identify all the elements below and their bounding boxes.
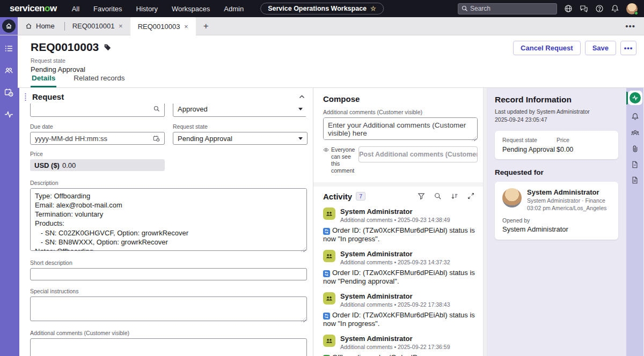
reference-lookup-input[interactable] bbox=[35, 105, 153, 113]
nav-workspaces[interactable]: Workspaces bbox=[172, 5, 210, 13]
compose-textarea[interactable] bbox=[323, 117, 478, 140]
activity-title: Activity bbox=[323, 192, 352, 201]
calendar-clock-icon[interactable] bbox=[4, 88, 13, 97]
tag-icon[interactable] bbox=[104, 43, 111, 51]
activity-entry: System Administrator Additional comments… bbox=[323, 335, 478, 356]
price-value: 0.00 bbox=[62, 161, 76, 169]
entry-author[interactable]: System Administrator bbox=[340, 207, 450, 216]
search-icon bbox=[462, 5, 468, 12]
servicenow-logo[interactable]: servicenow bbox=[10, 3, 57, 14]
request-section-header: Request bbox=[19, 88, 313, 103]
cancel-request-button[interactable]: Cancel Request bbox=[513, 41, 581, 55]
right-sidebar-rail bbox=[626, 88, 643, 356]
chevron-down-icon bbox=[298, 108, 303, 110]
global-search bbox=[458, 3, 557, 14]
visibility-note: Everyone can see this comment bbox=[323, 146, 353, 175]
new-tab-button[interactable]: + bbox=[200, 21, 212, 32]
entry-meta: Additional comments • 2025-09-23 14:37:3… bbox=[340, 259, 450, 265]
activity-count-badge: 7 bbox=[356, 192, 365, 201]
activity-stream-tool[interactable] bbox=[628, 91, 642, 105]
document-text-icon[interactable] bbox=[631, 176, 639, 184]
refresh-icon bbox=[323, 228, 330, 235]
approval-select[interactable]: Approved bbox=[173, 103, 306, 117]
close-tab-icon[interactable]: × bbox=[182, 22, 191, 31]
collapse-section-icon[interactable] bbox=[298, 93, 305, 100]
drag-handle-icon[interactable] bbox=[24, 93, 27, 101]
favorite-star-icon[interactable]: ☆ bbox=[370, 5, 376, 12]
short-description-input[interactable] bbox=[30, 268, 307, 280]
nav-history[interactable]: History bbox=[136, 5, 158, 13]
date-picker-icon[interactable] bbox=[153, 135, 160, 142]
special-instructions-textarea[interactable] bbox=[30, 296, 307, 321]
activity-pulse-icon[interactable] bbox=[4, 110, 13, 119]
nav-all[interactable]: All bbox=[72, 5, 79, 13]
document-icon[interactable] bbox=[631, 161, 639, 168]
activity-entry: System Administrator Additional comments… bbox=[323, 292, 478, 329]
notifications-tool-icon[interactable] bbox=[631, 113, 639, 121]
price-currency: USD ($) bbox=[34, 161, 60, 169]
help-icon[interactable] bbox=[595, 4, 604, 13]
requested-for-name[interactable]: System Administrator bbox=[527, 188, 606, 196]
additional-comments-textarea[interactable] bbox=[30, 338, 307, 356]
visibility-note-text: Everyone can see this comment bbox=[331, 146, 355, 175]
requested-for-avatar[interactable] bbox=[502, 188, 522, 207]
chevron-down-icon bbox=[298, 137, 303, 140]
tab-req0010003[interactable]: REQ0010003 × bbox=[130, 17, 196, 35]
filter-icon[interactable] bbox=[418, 192, 425, 200]
request-state-field-label: Request state bbox=[173, 123, 308, 130]
related-people-icon[interactable] bbox=[631, 129, 639, 137]
due-date-input[interactable] bbox=[35, 135, 153, 143]
reference-lookup-field[interactable] bbox=[30, 103, 165, 117]
tab-home[interactable]: Home bbox=[18, 17, 64, 35]
compose-title: Compose bbox=[323, 94, 478, 103]
entry-meta: Additional comments • 2025-09-22 17:36:5… bbox=[340, 344, 450, 350]
save-button[interactable]: Save bbox=[585, 41, 616, 55]
search-scope-dropdown[interactable] bbox=[557, 4, 557, 14]
nav-favorites[interactable]: Favorites bbox=[93, 5, 122, 13]
opened-by-value[interactable]: System Administrator bbox=[502, 225, 611, 233]
record-summary-card: Request state Price Pending Approval $0.… bbox=[495, 131, 618, 159]
entry-meta: Additional comments • 2025-09-22 17:38:4… bbox=[340, 301, 450, 308]
workspace-home-button[interactable] bbox=[0, 17, 18, 35]
top-nav-menu: All Favorites History Workspaces Admin bbox=[72, 5, 244, 13]
attachments-paperclip-icon[interactable] bbox=[631, 145, 639, 153]
post-comment-button[interactable]: Post Additional comments (Customer visib… bbox=[358, 146, 478, 162]
chat-icon[interactable] bbox=[580, 4, 588, 13]
record-tabs: Details Related records bbox=[31, 70, 126, 87]
compose-field-label: Additional comments (Customer visible) bbox=[323, 109, 478, 115]
tab-details[interactable]: Details bbox=[31, 70, 56, 87]
requested-for-title: Requested for bbox=[495, 168, 618, 176]
entry-author[interactable]: System Administrator bbox=[340, 335, 450, 343]
globe-icon[interactable] bbox=[564, 4, 573, 13]
section-divider bbox=[313, 182, 487, 187]
tab-overflow-button[interactable]: ••• bbox=[617, 21, 644, 31]
system-avatar-icon bbox=[323, 292, 335, 305]
expand-icon[interactable] bbox=[467, 192, 474, 200]
close-tab-icon[interactable]: × bbox=[116, 21, 125, 31]
system-avatar-icon bbox=[323, 335, 335, 347]
due-date-field[interactable] bbox=[30, 132, 165, 145]
nav-admin[interactable]: Admin bbox=[224, 5, 244, 13]
notifications-bell-icon[interactable] bbox=[611, 4, 619, 13]
request-state-select[interactable]: Pending Approval bbox=[173, 132, 308, 145]
teams-icon[interactable] bbox=[4, 66, 13, 75]
activity-search-icon[interactable] bbox=[434, 192, 442, 200]
sort-icon[interactable] bbox=[451, 192, 458, 200]
record-workspace: REQ0010003 Cancel Request Save ••• Reque… bbox=[18, 35, 644, 356]
last-updated-by: Last updated by System Administrator bbox=[495, 108, 618, 116]
lookup-search-icon[interactable] bbox=[153, 106, 160, 112]
entry-author[interactable]: System Administrator bbox=[340, 250, 450, 258]
entry-author[interactable]: System Administrator bbox=[340, 292, 450, 300]
workspace-pill[interactable]: Service Operations Workspace ☆ bbox=[260, 3, 384, 14]
tab-related-records[interactable]: Related records bbox=[72, 70, 126, 87]
search-input[interactable] bbox=[468, 5, 557, 12]
activity-scrollbar[interactable] bbox=[483, 88, 487, 356]
tab-req0010001[interactable]: REQ0010001 × bbox=[65, 17, 130, 35]
tab-label: REQ0010003 bbox=[138, 23, 180, 31]
record-body: Request bbox=[18, 88, 644, 356]
due-date-label: Due date bbox=[30, 123, 165, 130]
user-avatar[interactable] bbox=[626, 3, 638, 14]
description-textarea[interactable]: Type: Offboarding Email: alex@robot-mail… bbox=[30, 188, 307, 251]
more-actions-button[interactable]: ••• bbox=[620, 41, 636, 55]
list-icon[interactable] bbox=[4, 44, 13, 53]
